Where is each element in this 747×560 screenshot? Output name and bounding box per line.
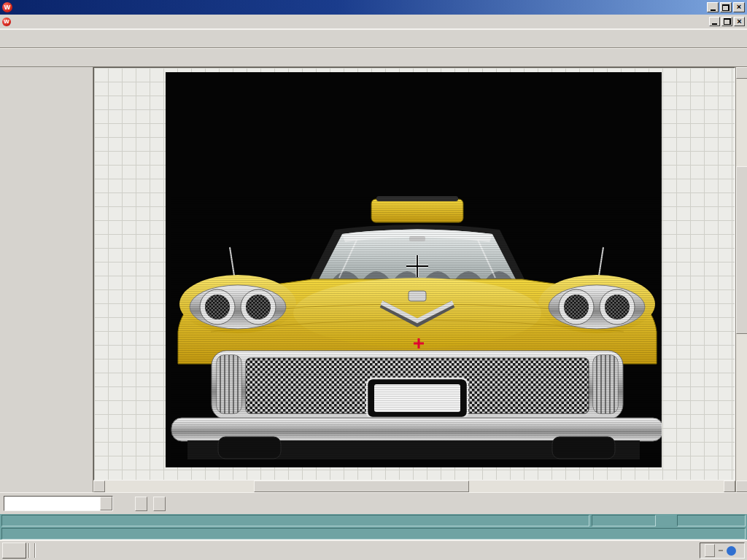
taxi-design-svg <box>166 72 662 467</box>
standard-toolbar <box>0 29 747 48</box>
current-stitch-mode <box>1 528 746 540</box>
horizontal-scroll-thumb[interactable] <box>254 481 469 492</box>
view-toolbar <box>0 48 747 67</box>
vertical-scroll-thumb[interactable] <box>736 166 747 334</box>
system-tray <box>700 542 745 559</box>
scroll-down-button[interactable] <box>736 481 747 492</box>
colorway-dropdown-button[interactable] <box>100 497 112 510</box>
minimize-button[interactable] <box>707 2 719 12</box>
close-icon: × <box>737 3 741 11</box>
vertical-scroll-track[interactable] <box>736 79 747 481</box>
status-bar <box>0 514 747 527</box>
taxi-illustration <box>171 195 662 462</box>
taskbar-separator <box>28 543 30 558</box>
child-close-button[interactable]: × <box>734 17 745 26</box>
application-window: W × W × <box>0 0 747 560</box>
wilcom-logo-icon: W <box>2 2 12 12</box>
design-canvas[interactable] <box>93 67 735 481</box>
current-color-indicator <box>592 515 656 526</box>
status-coordinates-panel <box>1 515 589 526</box>
close-button[interactable]: × <box>733 2 745 12</box>
document-icon: W <box>2 18 11 26</box>
scroll-right-button[interactable] <box>724 481 735 492</box>
minimize-icon <box>711 9 716 11</box>
windows-taskbar <box>0 540 747 560</box>
colorway-combobox[interactable] <box>4 496 113 511</box>
embroidery-design <box>166 72 662 467</box>
tray-app-icon[interactable] <box>727 546 736 556</box>
zoom-indicator <box>677 515 746 526</box>
swatch-scroll-right-button[interactable] <box>153 497 166 511</box>
close-icon: × <box>737 18 741 26</box>
stitch-texture-overlay <box>171 195 662 462</box>
language-indicator[interactable] <box>719 550 723 551</box>
status-bar-secondary <box>0 527 747 540</box>
start-button[interactable] <box>2 542 26 559</box>
minimize-icon <box>712 23 717 25</box>
windows-logo-icon <box>8 546 18 555</box>
canvas-wrap <box>93 67 735 492</box>
scroll-up-button[interactable] <box>736 67 747 79</box>
child-window-controls: × <box>709 17 745 26</box>
swatch-scroll-left-button[interactable] <box>135 497 147 511</box>
scroll-left-button[interactable] <box>93 481 105 492</box>
colorway-bar <box>0 492 747 514</box>
window-controls: × <box>707 2 745 12</box>
menu-bar: W × <box>0 15 747 29</box>
restore-icon <box>722 4 729 11</box>
horizontal-scrollbar[interactable] <box>93 481 735 492</box>
tray-collapse-button[interactable] <box>705 544 715 557</box>
toolbox-panel <box>0 67 93 492</box>
main-area <box>0 67 747 492</box>
horizontal-scroll-track[interactable] <box>105 481 724 492</box>
vertical-scrollbar[interactable] <box>735 67 747 492</box>
child-minimize-button[interactable] <box>709 17 720 26</box>
title-bar: W × <box>0 0 747 15</box>
restore-button[interactable] <box>720 2 732 12</box>
child-restore-button[interactable] <box>721 17 732 26</box>
taskbar-separator <box>34 543 36 558</box>
colorway-selected-value <box>4 497 100 510</box>
restore-icon <box>724 18 731 25</box>
